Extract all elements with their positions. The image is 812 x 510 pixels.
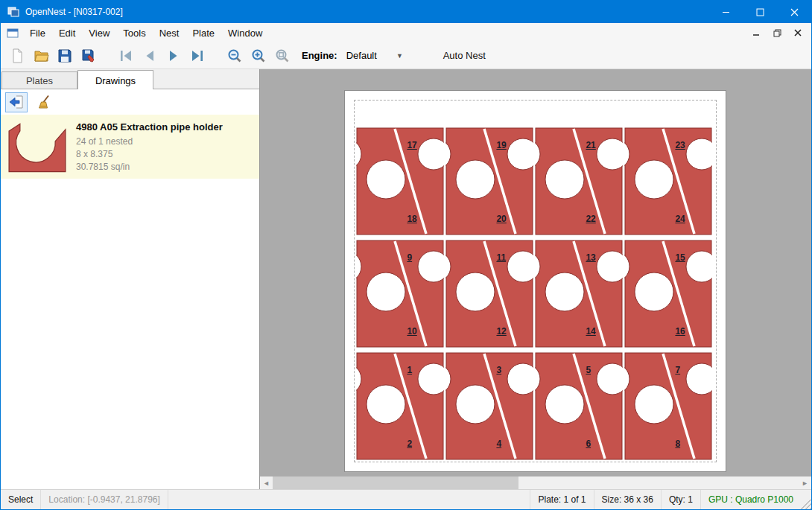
app-icon[interactable] bbox=[7, 6, 19, 18]
drawing-item-size: 8 x 8.375 bbox=[76, 148, 223, 161]
part-number: 11 bbox=[496, 252, 506, 263]
part-pair-shape bbox=[356, 127, 444, 235]
nested-part-pair[interactable]: 56 bbox=[535, 352, 623, 460]
engine-label: Engine: bbox=[302, 50, 337, 61]
part-number: 14 bbox=[586, 326, 595, 337]
part-pair-shape bbox=[356, 240, 444, 348]
maximize-button[interactable] bbox=[743, 1, 777, 23]
close-icon bbox=[790, 8, 799, 16]
menu-item-edit[interactable]: Edit bbox=[52, 25, 82, 42]
new-document-icon bbox=[10, 48, 25, 63]
import-drawing-button[interactable] bbox=[5, 92, 28, 112]
app-icon-glyph bbox=[7, 6, 19, 18]
menubar: FileEditViewToolsNestPlateWindow bbox=[1, 23, 811, 42]
nested-part-pair[interactable]: 1112 bbox=[445, 240, 533, 348]
nav-last-icon bbox=[190, 49, 205, 63]
nesting-canvas[interactable]: 171819202122232491011121314151612345678 … bbox=[260, 69, 811, 489]
menu-item-window[interactable]: Window bbox=[221, 25, 269, 42]
part-number: 15 bbox=[675, 252, 685, 263]
nested-part-pair[interactable]: 2324 bbox=[624, 127, 712, 235]
part-number: 12 bbox=[496, 326, 506, 337]
nested-part-pair[interactable]: 12 bbox=[356, 352, 444, 460]
mdi-restore-button[interactable] bbox=[770, 26, 784, 39]
menu-item-view[interactable]: View bbox=[82, 25, 116, 42]
import-drawing-icon bbox=[9, 95, 24, 109]
clean-broom-icon bbox=[37, 95, 52, 109]
part-pair-shape bbox=[535, 352, 623, 460]
nested-part-pair[interactable]: 1718 bbox=[356, 127, 444, 235]
part-number: 21 bbox=[586, 140, 595, 150]
menu-item-plate[interactable]: Plate bbox=[185, 25, 221, 42]
nav-first-icon bbox=[118, 49, 133, 63]
main-toolbar: Engine: Default ▼ Auto Nest bbox=[1, 42, 811, 69]
nav-prev-plate-button[interactable] bbox=[138, 45, 162, 67]
nav-first-plate-button[interactable] bbox=[114, 45, 138, 67]
content-area: Plates Drawings bbox=[1, 69, 811, 489]
engine-selected-value: Default bbox=[346, 50, 377, 61]
minimize-icon bbox=[722, 8, 730, 16]
drawing-item-meta: 4980 A05 Extraction pipe holder 24 of 1 … bbox=[76, 120, 223, 173]
nested-part-pair[interactable]: 2122 bbox=[535, 127, 623, 235]
part-number: 9 bbox=[407, 252, 412, 263]
scroll-left-icon[interactable]: ◄ bbox=[260, 476, 273, 489]
mdi-minimize-button[interactable] bbox=[749, 26, 764, 39]
part-pair-shape bbox=[445, 240, 533, 348]
open-button[interactable] bbox=[29, 45, 53, 67]
scroll-right-icon[interactable]: ► bbox=[799, 476, 811, 489]
status-gpu: GPU : Quadro P1000 bbox=[700, 490, 801, 509]
resize-grip[interactable] bbox=[801, 499, 811, 509]
mdi-close-button[interactable] bbox=[790, 26, 805, 39]
part-number: 22 bbox=[586, 214, 595, 224]
nested-part-pair[interactable]: 1516 bbox=[624, 240, 712, 348]
save-as-button[interactable] bbox=[77, 45, 101, 67]
zoom-out-button[interactable] bbox=[223, 45, 247, 67]
part-pair-shape bbox=[624, 240, 712, 348]
status-plate-count: Plate: 1 of 1 bbox=[530, 490, 593, 509]
zoom-in-button[interactable] bbox=[247, 45, 270, 67]
nav-next-plate-button[interactable] bbox=[162, 45, 185, 67]
menu-item-nest[interactable]: Nest bbox=[153, 25, 186, 42]
save-button[interactable] bbox=[53, 45, 77, 67]
engine-select[interactable]: Default ▼ bbox=[342, 48, 424, 63]
horizontal-scrollbar[interactable]: ◄ ► bbox=[260, 476, 811, 489]
plate[interactable]: 171819202122232491011121314151612345678 bbox=[344, 90, 726, 472]
zoom-fit-button[interactable] bbox=[270, 45, 294, 67]
status-spacer bbox=[168, 490, 530, 509]
part-number: 18 bbox=[407, 214, 416, 224]
new-document-button[interactable] bbox=[5, 45, 29, 67]
mdi-child-icon-glyph bbox=[7, 28, 19, 38]
part-number: 2 bbox=[407, 439, 412, 449]
part-number: 24 bbox=[675, 214, 685, 224]
scrollbar-thumb[interactable] bbox=[273, 476, 518, 489]
panel-tabstrip: Plates Drawings bbox=[1, 69, 259, 89]
part-number: 1 bbox=[407, 365, 412, 375]
tab-plates[interactable]: Plates bbox=[1, 71, 77, 89]
minimize-button[interactable] bbox=[708, 1, 743, 23]
nested-part-pair[interactable]: 34 bbox=[445, 352, 533, 460]
menu-items: FileEditViewToolsNestPlateWindow bbox=[23, 28, 269, 39]
nested-parts: 171819202122232491011121314151612345678 bbox=[356, 127, 712, 460]
menu-item-file[interactable]: File bbox=[23, 25, 52, 42]
menu-item-tools[interactable]: Tools bbox=[116, 25, 152, 42]
nav-next-icon bbox=[166, 49, 181, 63]
nested-part-pair[interactable]: 78 bbox=[624, 352, 712, 460]
part-number: 19 bbox=[496, 140, 506, 150]
tab-drawings[interactable]: Drawings bbox=[77, 70, 153, 89]
auto-nest-button[interactable]: Auto Nest bbox=[443, 50, 486, 61]
part-pair-shape bbox=[356, 352, 444, 460]
drawing-list-item[interactable]: 4980 A05 Extraction pipe holder 24 of 1 … bbox=[1, 115, 259, 179]
nested-part-pair[interactable]: 1920 bbox=[445, 127, 533, 235]
close-button[interactable] bbox=[777, 1, 811, 23]
nav-last-plate-button[interactable] bbox=[185, 45, 209, 67]
mdi-child-icon[interactable] bbox=[7, 28, 19, 38]
nested-part-pair[interactable]: 1314 bbox=[535, 240, 623, 348]
zoom-out-icon bbox=[227, 48, 242, 63]
part-pair-shape bbox=[445, 352, 533, 460]
part-number: 23 bbox=[675, 140, 685, 150]
part-number: 10 bbox=[407, 326, 416, 337]
part-number: 6 bbox=[586, 439, 591, 449]
part-pair-shape bbox=[445, 127, 533, 235]
part-number: 16 bbox=[675, 326, 685, 337]
clean-button[interactable] bbox=[34, 92, 56, 112]
nested-part-pair[interactable]: 910 bbox=[356, 240, 444, 348]
